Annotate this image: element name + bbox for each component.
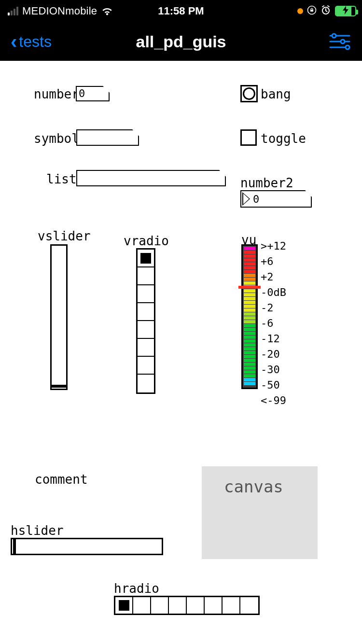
toggle-button[interactable] (240, 129, 257, 146)
vu-segment (244, 332, 255, 335)
hradio-cell[interactable] (169, 597, 187, 614)
vu-segment (244, 301, 255, 304)
status-bar: MEDIONmobile 11:58 PM (0, 0, 362, 22)
vu-segment (244, 274, 255, 277)
hradio-label: hradio (114, 581, 159, 596)
vradio-cell[interactable] (138, 267, 154, 285)
vradio-cell[interactable] (138, 303, 154, 321)
vu-segment (244, 347, 255, 350)
svg-point-5 (341, 40, 345, 43)
hradio-cell[interactable] (187, 597, 205, 614)
number2-value: 0 (253, 193, 259, 205)
vu-segment (244, 251, 255, 254)
vradio-cell[interactable] (138, 321, 154, 339)
settings-sliders-button[interactable] (328, 32, 351, 51)
vu-segment (244, 312, 255, 316)
hradio-cell[interactable] (115, 597, 133, 614)
vu-segment (244, 363, 255, 366)
vradio-cell[interactable] (138, 375, 154, 392)
cellular-signal-icon (8, 7, 18, 15)
orientation-lock-icon (307, 5, 317, 17)
vradio-cell[interactable] (138, 250, 154, 267)
hslider-label: hslider (11, 523, 64, 538)
hradio[interactable] (114, 596, 260, 615)
hradio-cell[interactable] (240, 597, 258, 614)
vslider[interactable] (50, 244, 68, 390)
hradio-cell[interactable] (133, 597, 151, 614)
status-time: 11:58 PM (158, 5, 204, 17)
bang-label: bang (261, 87, 291, 101)
back-button[interactable]: ‹ tests (11, 32, 52, 51)
number-label: number (34, 87, 79, 101)
alarm-icon (320, 5, 331, 17)
vslider-knob (52, 385, 66, 388)
vradio-cell[interactable] (138, 357, 154, 375)
page-title: all_pd_guis (136, 32, 226, 51)
vu-segment (244, 281, 255, 285)
svg-point-7 (346, 45, 349, 49)
vu-segment (244, 328, 255, 331)
carrier-label: MEDIONmobile (22, 5, 97, 17)
nav-bar: ‹ tests all_pd_guis (0, 22, 362, 61)
vu-segment (244, 359, 255, 362)
list-label: list (46, 172, 77, 186)
vu-scale: >+12+6+2-0dB-2-6-12-20-30-50<-99 (261, 238, 286, 393)
patch-canvas: number 0 bang symbol toggle list number2… (0, 61, 362, 644)
hradio-selected-dot (119, 600, 129, 611)
number-box[interactable]: 0 (76, 86, 110, 101)
vu-meter (241, 244, 258, 389)
vu-segment (244, 370, 255, 374)
vu-segment (244, 339, 255, 343)
vu-segment (244, 320, 255, 323)
vu-scale-label: <-99 (261, 393, 286, 408)
vu-segment (244, 305, 255, 308)
sliders-icon (328, 32, 351, 51)
vu-segment (244, 343, 255, 347)
hslider[interactable] (11, 538, 163, 555)
vu-scale-label: -12 (261, 331, 286, 347)
bang-button[interactable] (240, 85, 258, 102)
vu-segment (244, 378, 255, 381)
vu-scale-label: -2 (261, 300, 286, 316)
number2-label: number2 (240, 176, 293, 190)
vu-segment (244, 297, 255, 300)
vu-peak-indicator (238, 286, 261, 289)
vu-segment (244, 382, 255, 385)
vu-scale-label: +2 (261, 269, 286, 285)
vu-segment (244, 266, 255, 269)
status-right (297, 5, 356, 17)
vu-segment (244, 324, 255, 327)
hslider-knob (13, 539, 16, 554)
vu-scale-label: -50 (261, 378, 286, 393)
svg-point-3 (332, 34, 336, 38)
vu-segment (244, 247, 255, 250)
vu-segment (244, 254, 255, 258)
number2-box[interactable]: 0 (240, 190, 312, 208)
vradio[interactable] (136, 248, 155, 394)
canvas-label: canvas (224, 477, 283, 496)
hradio-cell[interactable] (223, 597, 240, 614)
vu-scale-label: -20 (261, 347, 286, 362)
number-value: 0 (79, 87, 85, 100)
hradio-cell[interactable] (151, 597, 169, 614)
vu-segment (244, 336, 255, 339)
vu-scale-label: -30 (261, 362, 286, 378)
vradio-cell[interactable] (138, 339, 154, 357)
list-box[interactable] (76, 170, 226, 186)
back-label: tests (19, 33, 52, 51)
vu-segment (244, 316, 255, 320)
vu-scale-label: -6 (261, 316, 286, 331)
symbol-box[interactable] (76, 129, 139, 146)
vu-segment (244, 308, 255, 312)
battery-icon (335, 6, 356, 16)
recording-indicator-icon (297, 8, 303, 14)
vu-scale-label: +6 (261, 254, 286, 269)
hradio-cell[interactable] (205, 597, 223, 614)
wifi-icon (101, 6, 113, 16)
charging-bolt-icon (343, 6, 348, 16)
vradio-label: vradio (124, 234, 169, 248)
vradio-selected-dot (140, 253, 151, 264)
vu-segment (244, 270, 255, 273)
vradio-cell[interactable] (138, 285, 154, 303)
vu-segment (244, 278, 255, 281)
